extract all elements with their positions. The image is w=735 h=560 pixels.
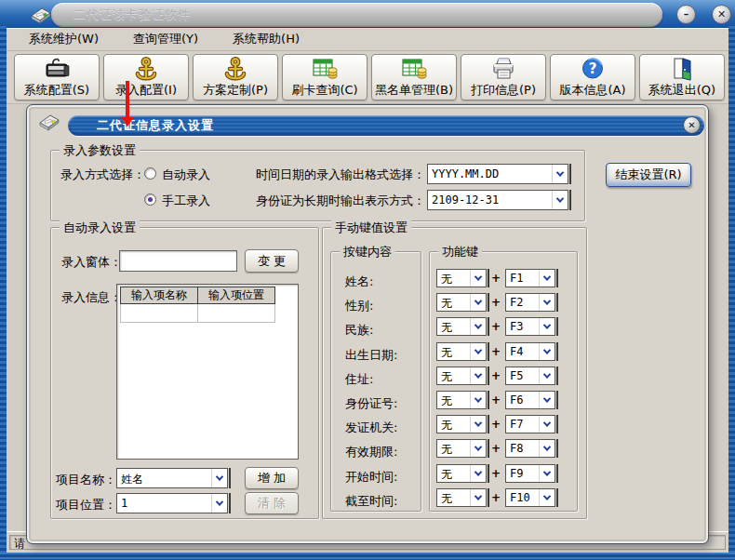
chevron-down-icon[interactable] <box>470 392 486 408</box>
toolbar-button-system-config[interactable]: 系统配置(S) <box>14 54 100 100</box>
change-button[interactable]: 变 更 <box>245 249 299 273</box>
modifier-key-select[interactable]: 无 <box>436 269 487 287</box>
minimize-button[interactable]: – <box>676 5 696 24</box>
function-key-select[interactable]: F2 <box>505 293 555 312</box>
group-title: 手动键值设置 <box>331 220 411 236</box>
chevron-down-icon[interactable] <box>470 440 486 457</box>
plus-separator: + <box>487 320 505 333</box>
menu-item[interactable]: 系统维护(W) <box>29 31 99 47</box>
chevron-down-icon[interactable] <box>470 343 486 360</box>
modifier-key-select[interactable]: 无 <box>436 293 487 312</box>
window-title-tab: 二代证读卡验证软件 <box>51 3 662 27</box>
modifier-key-select[interactable]: 无 <box>436 488 487 507</box>
chevron-down-icon[interactable] <box>470 294 486 311</box>
entry-info-list[interactable]: 输入项名称 输入项位置 <box>116 284 299 460</box>
function-key-select[interactable]: F6 <box>505 391 555 409</box>
close-button[interactable]: ✕ <box>712 5 731 24</box>
printer-icon <box>489 56 517 84</box>
function-key-select[interactable]: F7 <box>505 415 555 433</box>
entry-form-label: 录入窗体： <box>61 254 122 271</box>
function-key-select[interactable]: F9 <box>505 464 555 483</box>
function-key-select[interactable]: F10 <box>505 488 555 507</box>
key-content-label: 身份证号: <box>331 392 421 416</box>
modifier-key-select[interactable]: 无 <box>436 415 487 433</box>
chevron-down-icon[interactable] <box>552 165 568 183</box>
toolbar-button-version-info[interactable]: ? 版本信息(A) <box>550 54 635 100</box>
chevron-down-icon[interactable] <box>470 465 486 482</box>
chevron-down-icon[interactable] <box>539 318 555 335</box>
group-function-keys: 功能键 无 + F1 无 <box>429 251 578 512</box>
chevron-down-icon[interactable] <box>539 440 555 457</box>
modifier-key-select[interactable]: 无 <box>436 391 487 409</box>
function-key-select[interactable]: F1 <box>505 269 555 287</box>
modifier-key-select[interactable]: 无 <box>436 342 487 361</box>
function-key-row: 无 + F4 <box>430 340 577 364</box>
chevron-down-icon[interactable] <box>539 465 555 482</box>
chevron-down-icon[interactable] <box>539 489 555 506</box>
anchor-icon <box>132 56 160 86</box>
chevron-down-icon[interactable] <box>211 469 227 487</box>
toolbar-button-entry-config[interactable]: 录入配置(I) <box>103 54 189 100</box>
chevron-down-icon[interactable] <box>470 318 486 335</box>
chevron-down-icon[interactable] <box>470 416 486 433</box>
window-frame-left <box>0 26 7 560</box>
application-window: 二代证读卡验证软件 – ✕ 系统维护(W)查询管理(Y)系统帮助(H) 系统配置… <box>0 0 735 560</box>
chevron-down-icon[interactable] <box>552 191 568 209</box>
column-header-item-position[interactable]: 输入项位置 <box>197 287 275 304</box>
window-titlebar[interactable]: 二代证读卡验证软件 – ✕ <box>0 0 735 28</box>
column-header-item-name[interactable]: 输入项名称 <box>120 287 198 304</box>
add-button[interactable]: 增 加 <box>245 467 299 489</box>
item-name-select[interactable]: 姓名 <box>116 468 228 488</box>
plus-separator: + <box>487 296 505 309</box>
chevron-down-icon[interactable] <box>539 416 555 433</box>
radio-auto-entry-label[interactable]: 自动录入 <box>162 167 210 183</box>
chevron-down-icon[interactable] <box>539 392 555 408</box>
modifier-key-select[interactable]: 无 <box>436 367 487 385</box>
key-content-label: 住址: <box>331 367 421 392</box>
menu-item[interactable]: 查询管理(Y) <box>133 31 198 47</box>
group-title: 录入参数设置 <box>60 142 140 159</box>
key-content-label: 发证机关: <box>331 416 421 440</box>
entry-form-input[interactable] <box>119 250 237 272</box>
plus-separator: + <box>487 418 505 431</box>
key-content-label: 姓名: <box>331 270 421 294</box>
chevron-down-icon[interactable] <box>470 270 486 287</box>
function-key-select[interactable]: F3 <box>505 317 555 336</box>
chevron-down-icon[interactable] <box>539 294 555 311</box>
radio-manual-entry-label[interactable]: 手工录入 <box>162 193 210 209</box>
toolbar-button-print-info[interactable]: 打印信息(P) <box>461 54 546 100</box>
longterm-select[interactable]: 2109-12-31 <box>427 190 568 210</box>
modifier-key-select[interactable]: 无 <box>436 317 487 336</box>
date-format-select[interactable]: YYYY.MM.DD <box>427 164 568 184</box>
radio-manual-entry[interactable] <box>144 193 156 206</box>
chevron-down-icon[interactable] <box>470 367 486 384</box>
table-row[interactable] <box>120 304 275 323</box>
function-key-select[interactable]: F4 <box>505 342 555 361</box>
chevron-down-icon[interactable] <box>539 367 555 384</box>
radio-auto-entry[interactable] <box>144 167 156 180</box>
menu-item[interactable]: 系统帮助(H) <box>233 31 300 47</box>
modifier-key-select[interactable]: 无 <box>436 464 487 483</box>
dialog-title: 二代证信息录入设置 <box>97 117 214 134</box>
chevron-down-icon[interactable] <box>539 343 555 360</box>
dialog-titlebar[interactable]: 二代证信息录入设置 <box>68 115 704 136</box>
toolbar-button-exit[interactable]: 系统退出(Q) <box>639 54 725 100</box>
chevron-down-icon[interactable] <box>539 270 555 287</box>
item-position-select[interactable]: 1 <box>116 493 228 513</box>
exit-door-icon <box>669 56 695 84</box>
modifier-key-select[interactable]: 无 <box>436 439 487 458</box>
finish-settings-button[interactable]: 结束设置(R) <box>606 163 691 187</box>
dialog-close-button[interactable]: ✕ <box>683 116 701 134</box>
chevron-down-icon[interactable] <box>470 489 486 506</box>
window-title: 二代证读卡验证软件 <box>74 7 191 23</box>
toolbar-button-card-query[interactable]: 刷卡查询(C) <box>282 54 368 100</box>
function-key-row: 无 + F6 <box>430 388 577 412</box>
toolbar: 系统配置(S) 录入配置(I) <box>7 51 728 104</box>
group-title: 自动录入设置 <box>60 220 140 236</box>
toolbar-button-scheme-custom[interactable]: 方案定制(P) <box>193 54 278 100</box>
function-key-select[interactable]: F8 <box>505 439 555 458</box>
toolbar-button-label: 黑名单管理(B) <box>375 82 453 99</box>
toolbar-button-blacklist[interactable]: 黑名单管理(B) <box>371 54 457 100</box>
function-key-select[interactable]: F5 <box>505 367 555 385</box>
chevron-down-icon[interactable] <box>211 494 227 513</box>
